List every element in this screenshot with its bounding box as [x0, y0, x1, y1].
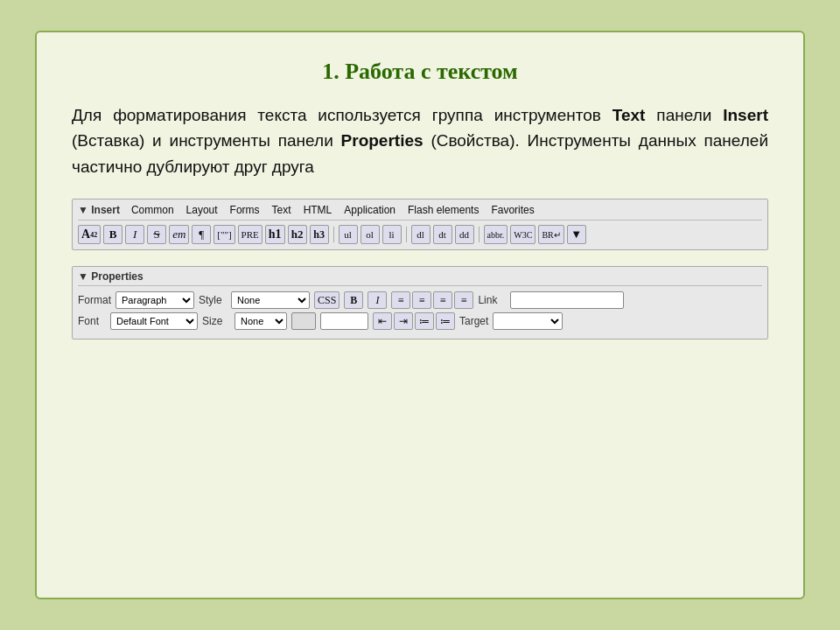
tab-common[interactable]: Common: [125, 203, 180, 217]
align-right-btn[interactable]: ≡: [433, 291, 452, 309]
btn-blockquote[interactable]: [""]: [214, 225, 234, 244]
separator-1: [333, 227, 334, 242]
indent-right-btn[interactable]: ⇥: [394, 312, 413, 330]
btn-strikethrough[interactable]: S: [147, 225, 166, 244]
btn-em[interactable]: em: [169, 225, 189, 244]
indent-group: ⇤ ⇥ ≔ ≔: [373, 312, 455, 330]
btn-w3c[interactable]: W3C: [510, 225, 536, 244]
target-label: Target: [459, 315, 488, 327]
btn-dl[interactable]: dl: [411, 225, 430, 244]
separator-2: [406, 227, 407, 242]
format-label: Format: [78, 294, 111, 306]
props-row-2: Font Default Font Size None ⇤ ⇥ ≔ ≔ Targ…: [78, 312, 762, 330]
body-text-1: Для форматирования текста используется г…: [72, 106, 612, 124]
tab-html[interactable]: HTML: [298, 203, 339, 217]
list-unordered-btn[interactable]: ≔: [415, 312, 434, 330]
align-center-btn[interactable]: ≡: [412, 291, 431, 309]
btn-dd[interactable]: dd: [455, 225, 474, 244]
btn-dt[interactable]: dt: [433, 225, 452, 244]
insert-toolbar: A42 B I S em ¶ [""] PRE h1 h2 h3 ul ol l…: [78, 225, 762, 244]
properties-label: ▼ Properties: [78, 270, 144, 283]
properties-panel: ▼ Properties Format Paragraph Style None…: [72, 266, 768, 340]
font-select[interactable]: Default Font: [110, 312, 198, 330]
size-label: Size: [202, 315, 230, 327]
body-text-3: (Вставка) и инструменты панели: [72, 131, 341, 150]
btn-h3[interactable]: h3: [310, 225, 329, 244]
insert-panel-tabs: ▼ Insert Common Layout Forms Text HTML A…: [78, 203, 762, 220]
btn-ol[interactable]: ol: [360, 225, 380, 244]
btn-br[interactable]: BR↵: [538, 225, 564, 244]
properties-header: ▼ Properties: [78, 270, 762, 286]
style-label: Style: [199, 294, 227, 306]
style-select[interactable]: None: [231, 291, 310, 309]
tab-layout[interactable]: Layout: [180, 203, 224, 217]
slide-title: 1. Работа с текстом: [72, 59, 768, 85]
size-select[interactable]: None: [234, 312, 287, 330]
color-input[interactable]: [291, 312, 316, 330]
align-justify-btn[interactable]: ≡: [454, 291, 473, 309]
btn-li[interactable]: li: [382, 225, 402, 244]
separator-3: [479, 227, 480, 242]
link-input[interactable]: [510, 291, 624, 309]
tab-favorites[interactable]: Favorites: [485, 203, 540, 217]
align-group: ≡ ≡ ≡ ≡: [391, 291, 473, 309]
css-button[interactable]: CSS: [314, 291, 340, 309]
font-label: Font: [78, 315, 106, 327]
tab-forms[interactable]: Forms: [224, 203, 266, 217]
props-italic-btn[interactable]: I: [368, 291, 387, 309]
link-label: Link: [478, 294, 506, 306]
btn-image[interactable]: A42: [78, 225, 101, 244]
format-select[interactable]: Paragraph: [116, 291, 194, 309]
btn-bold[interactable]: B: [103, 225, 122, 244]
btn-ul[interactable]: ul: [339, 225, 358, 244]
props-bold-btn[interactable]: B: [344, 291, 363, 309]
insert-panel-label: ▼ Insert: [78, 204, 120, 216]
btn-pre[interactable]: PRE: [238, 225, 262, 244]
body-text-2: панели: [645, 106, 723, 124]
btn-h1[interactable]: h1: [265, 225, 285, 244]
insert-panel: ▼ Insert Common Layout Forms Text HTML A…: [72, 199, 768, 250]
body-text-bold-insert: Insert: [723, 106, 768, 124]
color-hex-input[interactable]: [320, 312, 368, 330]
tab-flash[interactable]: Flash elements: [402, 203, 485, 217]
list-ordered-btn[interactable]: ≔: [436, 312, 455, 330]
props-row-1: Format Paragraph Style None CSS B I ≡ ≡ …: [78, 291, 762, 309]
indent-left-btn[interactable]: ⇤: [373, 312, 392, 330]
align-left-btn[interactable]: ≡: [391, 291, 410, 309]
slide-body: Для форматирования текста используется г…: [72, 102, 768, 179]
btn-more[interactable]: ▼: [567, 225, 586, 244]
slide-container: 1. Работа с текстом Для форматирования т…: [35, 31, 805, 599]
tab-text[interactable]: Text: [266, 203, 298, 217]
btn-h2[interactable]: h2: [288, 225, 307, 244]
body-text-bold-text: Text: [612, 106, 646, 124]
target-select[interactable]: [493, 312, 563, 330]
tab-application[interactable]: Application: [338, 203, 402, 217]
btn-paragraph[interactable]: ¶: [192, 225, 211, 244]
body-text-bold-properties: Properties: [341, 131, 424, 150]
btn-abbr[interactable]: abbr.: [484, 225, 508, 244]
btn-italic[interactable]: I: [125, 225, 144, 244]
